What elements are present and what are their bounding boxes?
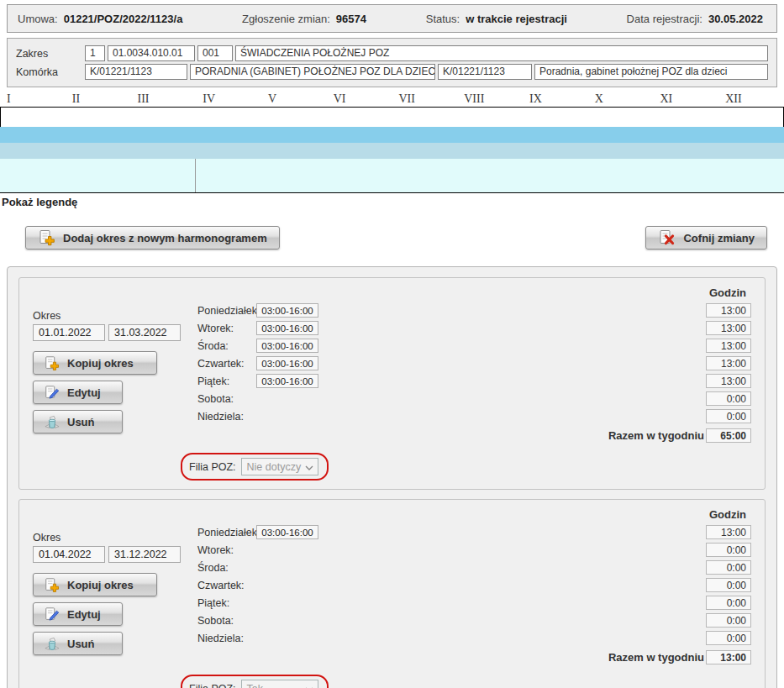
month-label: X [588,92,654,106]
day-row-wednesday: Środa: 0:00 [197,559,751,576]
filia-poz-select[interactable]: Tak [241,680,318,688]
month-label: XI [654,92,719,106]
timeline-band-schedule-2[interactable] [0,143,784,159]
month-label: V [261,92,327,106]
edit-period-button[interactable]: Edytuj [33,602,123,626]
period-panel-2: Okres Kopiuj okres Edytuj [18,499,766,688]
show-legend-link[interactable]: Pokaż legendę [2,196,784,208]
delete-period-button[interactable]: Usuń [33,410,123,433]
day-row-sunday: Niedziela: 0:00 [197,629,751,647]
data-rejestracji-group: Data rejestracji: 30.05.2022 [627,13,763,25]
day-label: Wtorek: [197,323,256,334]
document-pencil-icon [44,607,61,622]
day-time-input[interactable] [256,339,318,353]
timeline-band-schedule-1[interactable] [0,127,784,143]
day-label: Niedziela: [197,633,256,644]
filia-poz-select[interactable]: Nie dotyczy [241,458,318,475]
weekly-total-row: Razem w tygodniu 13:00 [197,648,751,666]
day-hours-value: 0:00 [706,613,751,628]
zakres-subcode-field: 001 [197,45,233,61]
day-hours-value: 13:00 [706,356,751,370]
undo-changes-label: Cofnij zmiany [683,232,755,244]
date-to-input[interactable] [108,324,181,341]
period-panel-2-left: Okres Kopiuj okres Edytuj [33,507,197,688]
okres-label: Okres [33,532,197,544]
toolbar: Dodaj okres z nowym harmonogramem Cofnij… [25,226,767,249]
copy-period-button[interactable]: Kopiuj okres [33,351,157,375]
day-row-friday: Piątek: 0:00 [197,594,751,612]
day-time-input[interactable] [256,303,318,318]
date-from-input[interactable] [33,324,105,341]
delete-period-label: Usuń [67,638,95,650]
day-row-monday: Poniedziałek: 13:00 [197,302,751,319]
day-time-input[interactable] [256,356,318,370]
day-hours-value: 13:00 [706,374,751,388]
chevron-down-icon [305,683,313,688]
period-panel-2-schedule: Godzin Poniedziałek: 13:00 Wtorek: 0:00 … [197,507,751,688]
day-label: Środa: [197,562,256,574]
zakres-code-field: 01.0034.010.01 [108,45,195,61]
day-label: Niedziela: [197,411,256,423]
period-panel-1-left: Okres Kopiuj okres Edytuj [33,285,197,481]
copy-period-label: Kopiuj okres [67,579,134,591]
day-label: Sobota: [197,615,256,627]
zgloszenie-label: Zgłoszenie zmian: [242,13,330,25]
filia-poz-row: Filia POZ: Tak [181,675,751,688]
month-label: VII [392,92,458,106]
filia-poz-value: Tak [247,683,263,688]
umowa-label: Umowa: [18,13,58,25]
day-label: Wtorek: [197,544,256,556]
timeline-bands [0,107,784,193]
komorka-name2-field: Poradnia, gabinet położnej POZ dla dziec… [534,64,768,80]
month-label: III [131,92,197,106]
day-hours-value: 0:00 [706,631,751,645]
zakres-label: Zakres [16,48,85,60]
day-label: Czwartek: [197,358,256,370]
month-label: I [0,92,66,106]
okres-dates [33,546,197,563]
day-row-saturday: Sobota: 0:00 [197,390,751,407]
okres-label: Okres [33,310,197,322]
trash-icon [44,636,61,652]
zakres-row: Zakres 1 01.0034.010.01 001 ŚWIADCZENIA … [16,45,768,61]
komorka-code-field: K/01221/1123 [85,64,187,80]
day-row-saturday: Sobota: 0:00 [197,612,751,629]
day-label: Sobota: [197,393,256,405]
document-plus-icon [38,229,56,246]
month-label: II [66,92,131,106]
day-hours-value: 0:00 [706,596,751,610]
add-period-label: Dodaj okres z nowym harmonogramem [63,232,267,244]
day-time-input[interactable] [256,374,318,388]
delete-period-label: Usuń [67,416,95,428]
day-time-input[interactable] [256,321,318,335]
timeline-band-empty [0,108,784,127]
date-from-input[interactable] [33,546,105,563]
status-label: Status: [426,13,460,25]
delete-period-button[interactable]: Usuń [33,632,123,655]
zgloszenie-group: Zgłoszenie zmian: 96574 [242,13,366,25]
filia-poz-label: Filia POZ: [189,461,236,473]
date-to-input[interactable] [108,546,181,563]
weekly-total-label: Razem w tygodniu [608,429,704,442]
timeline-band-periods[interactable] [0,159,784,192]
undo-changes-button[interactable]: Cofnij zmiany [645,226,767,249]
day-time-input[interactable] [256,525,318,539]
day-row-tuesday: Wtorek: 13:00 [197,319,751,337]
okres-dates [33,324,197,341]
day-hours-value: 13:00 [706,321,751,335]
add-period-button[interactable]: Dodaj okres z nowym harmonogramem [25,226,280,249]
day-hours-value: 13:00 [706,303,751,318]
filia-poz-label: Filia POZ: [189,683,236,688]
timeline-period-divider [0,159,196,192]
data-rejestracji-label: Data rejestracji: [627,13,702,25]
status-value: w trakcie rejestracji [466,13,567,25]
day-label: Poniedziałek: [197,305,256,317]
edit-period-label: Edytuj [67,608,101,621]
copy-period-button[interactable]: Kopiuj okres [33,573,157,596]
day-label: Poniedziałek: [197,527,256,538]
godzin-header: Godzin [197,286,751,302]
day-row-wednesday: Środa: 13:00 [197,337,751,355]
edit-period-button[interactable]: Edytuj [33,381,123,404]
komorka-code2-field: K/01221/1123 [438,64,532,80]
day-row-thursday: Czwartek: 0:00 [197,576,751,594]
